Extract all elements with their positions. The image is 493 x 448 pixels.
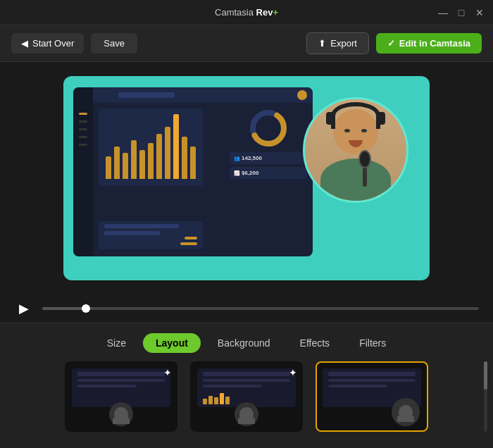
bottom-stat-bar-1 [104, 224, 179, 228]
donut-chart [247, 107, 289, 149]
bar-5 [139, 150, 145, 179]
bar-6 [148, 143, 154, 179]
export-button[interactable]: ⬆ Export [306, 32, 369, 54]
mic-head [358, 150, 371, 168]
preview-canvas: 👥 142,500 📈 $6,200 [63, 76, 430, 280]
toolbar: ◀ Start Over Save ⬆ Export ✓ Edit in Cam… [0, 25, 493, 62]
mouth [349, 140, 363, 147]
sparkle-icon-2: ✦ [289, 367, 297, 378]
playback-bar: ▶ [0, 294, 493, 323]
app-title: Camtasia Rev+ [215, 7, 278, 18]
thumb3-avatar-icon [399, 405, 413, 419]
maximize-button[interactable]: □ [456, 8, 466, 18]
layout-option-2[interactable]: ✦ [190, 361, 303, 432]
stat-box-users: 👥 142,500 [230, 152, 307, 164]
back-icon: ◀ [21, 38, 28, 49]
thumb1-line1 [77, 379, 165, 382]
edit-camtasia-label: Edit in Camtasia [399, 38, 470, 49]
dash-header-bar [118, 92, 175, 98]
tab-layout[interactable]: Layout [143, 333, 201, 353]
person-head [333, 109, 378, 154]
thumb1-avatar [109, 402, 133, 426]
bottom-stats-row [99, 221, 203, 249]
dashboard-screen: 👥 142,500 📈 $6,200 [73, 87, 313, 256]
chart-area [99, 108, 203, 186]
bar-11 [190, 147, 196, 179]
timeline-thumb[interactable] [82, 304, 90, 313]
thumb3-bar [328, 372, 416, 376]
thumb2-chart [203, 392, 230, 404]
thumb3-line2 [328, 385, 387, 387]
thumb1-screen [72, 368, 170, 407]
close-button[interactable]: ✕ [475, 8, 485, 18]
title-camtasia: Camtasia [215, 7, 256, 18]
export-icon: ⬆ [318, 38, 326, 49]
toolbar-right: ⬆ Export ✓ Edit in Camtasia [306, 32, 482, 54]
sidebar-item-4 [79, 144, 87, 146]
users-icon: 👥 [234, 156, 240, 161]
tab-background[interactable]: Background [205, 333, 283, 353]
tab-filters[interactable]: Filters [347, 333, 399, 353]
thumb2-bar5 [225, 397, 230, 404]
thumb1-bar [77, 372, 165, 376]
sidebar-item-3 [79, 136, 87, 138]
thumb2-avatar-icon [239, 407, 254, 421]
person-body [320, 158, 391, 201]
edit-camtasia-button[interactable]: ✓ Edit in Camtasia [376, 33, 482, 54]
checkmark-icon: ✓ [387, 38, 395, 49]
bar-9 [173, 114, 179, 179]
start-over-button[interactable]: ◀ Start Over [11, 33, 84, 54]
tab-size[interactable]: Size [94, 333, 139, 353]
left-eye [344, 129, 350, 132]
thumb2-screen [197, 368, 296, 407]
stat-revenue-value: $6,200 [242, 170, 258, 176]
layouts-row: ✦ ✦ [0, 361, 493, 432]
headphone-right [377, 112, 385, 125]
bar-1 [106, 156, 111, 179]
right-panel: 👥 142,500 📈 $6,200 [230, 107, 307, 179]
headphones [331, 102, 380, 129]
export-label: Export [330, 38, 357, 49]
scroll-thumb [484, 361, 487, 390]
tab-effects[interactable]: Effects [287, 333, 343, 353]
bar-3 [123, 153, 128, 179]
stat-users-value: 142,500 [242, 155, 262, 161]
title-plus: + [273, 7, 278, 18]
thumb2-bar2 [208, 396, 213, 404]
save-button[interactable]: Save [91, 33, 137, 54]
preview-area: 👥 142,500 📈 $6,200 [0, 62, 493, 294]
layout-option-1[interactable]: ✦ [65, 361, 177, 432]
webcam-person [305, 99, 406, 201]
sidebar-indicator [79, 113, 87, 115]
bottom-stat-accent [180, 242, 197, 245]
play-button[interactable]: ▶ [14, 299, 34, 318]
stat-box-revenue: 📈 $6,200 [230, 167, 307, 179]
bar-7 [156, 134, 162, 179]
title-bar: Camtasia Rev+ — □ ✕ [0, 0, 493, 25]
thumb2-bar3 [214, 397, 218, 404]
thumb3-avatar [392, 398, 420, 426]
window-controls: — □ ✕ [438, 8, 485, 18]
bottom-stat-accent2 [185, 237, 197, 239]
sidebar-item-1 [79, 120, 87, 123]
headphone-left [326, 112, 335, 125]
revenue-icon: 📈 [234, 170, 240, 176]
tabs-row: Size Layout Background Effects Filters [0, 323, 493, 361]
thumb2-avatar [235, 402, 258, 426]
right-eye [361, 129, 367, 132]
dash-sidebar [73, 87, 93, 256]
scroll-bar[interactable] [484, 361, 487, 432]
thumb2-bar1 [203, 399, 207, 404]
thumb2-bar4 [220, 393, 224, 404]
timeline-track[interactable] [42, 307, 479, 310]
bottom-panel: Size Layout Background Effects Filters ✦ [0, 323, 493, 448]
sparkle-icon-1: ✦ [163, 367, 172, 378]
title-rev: Rev [256, 7, 273, 18]
thumb1-line2 [77, 385, 137, 387]
thumb3-line1 [328, 379, 416, 382]
thumb2-line1 [203, 379, 290, 382]
thumb2-bar [203, 372, 290, 376]
minimize-button[interactable]: — [438, 8, 448, 18]
webcam-overlay [303, 97, 408, 203]
layout-option-3[interactable] [316, 361, 428, 432]
